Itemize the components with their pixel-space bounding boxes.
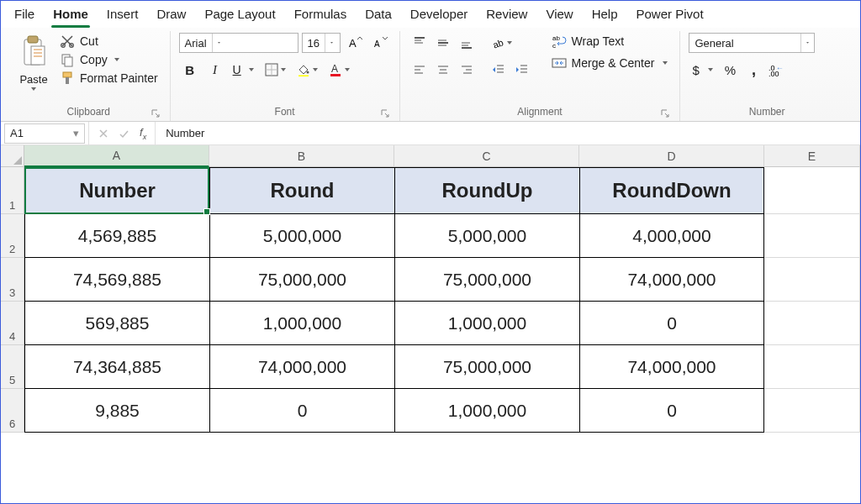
cell[interactable]: 75,000,000 [394, 258, 579, 302]
cell[interactable]: 569,885 [24, 302, 209, 345]
row-header[interactable]: 4 [1, 302, 24, 345]
cell[interactable]: 0 [579, 389, 764, 433]
cell[interactable]: 1,000,000 [209, 302, 394, 345]
tab-power-pivot[interactable]: Power Pivot [635, 3, 705, 28]
tab-review[interactable]: Review [484, 3, 529, 28]
dialog-launcher-icon[interactable] [659, 108, 671, 119]
cell[interactable]: 0 [209, 389, 394, 433]
name-box[interactable]: A1 ▾ [4, 123, 85, 144]
wrap-text-button[interactable]: abc Wrap Text [548, 33, 672, 50]
cell[interactable]: 5,000,000 [394, 214, 579, 258]
align-right-button[interactable] [456, 60, 478, 80]
cell[interactable] [764, 214, 860, 258]
accounting-format-button[interactable]: $ [689, 60, 717, 80]
formula-input[interactable]: Number [155, 122, 860, 144]
decrease-indent-button[interactable] [488, 60, 510, 80]
comma-button[interactable]: , [742, 60, 764, 80]
cell[interactable]: 1,000,000 [394, 302, 579, 345]
row-header[interactable]: 1 [1, 167, 24, 214]
align-bottom-button[interactable] [456, 33, 478, 53]
tab-insert[interactable]: Insert [105, 3, 140, 28]
cell[interactable] [764, 302, 860, 345]
tab-data[interactable]: Data [363, 3, 394, 28]
cell[interactable]: 9,885 [24, 389, 209, 433]
col-header[interactable]: D [579, 145, 764, 167]
increase-decimal-button[interactable]: .0←.00 [766, 60, 788, 80]
shrink-font-button[interactable]: A [369, 33, 391, 53]
cell[interactable]: 74,000,000 [209, 345, 394, 389]
copy-label: Copy [80, 53, 108, 66]
fill-color-button[interactable] [293, 60, 322, 80]
table-row: 74,364,885 74,000,000 75,000,000 74,000,… [24, 345, 860, 389]
cell[interactable] [764, 389, 860, 433]
increase-indent-button[interactable] [511, 60, 533, 80]
orientation-button[interactable]: ab [488, 33, 516, 53]
cut-button[interactable]: Cut [56, 33, 161, 50]
align-top-button[interactable] [409, 33, 430, 53]
fx-icon[interactable]: fx [131, 126, 155, 141]
cell[interactable]: RoundDown [579, 167, 764, 214]
enter-icon[interactable] [118, 128, 129, 139]
cell[interactable]: 74,364,885 [24, 345, 209, 389]
scissors-icon [60, 34, 75, 49]
cell[interactable] [764, 167, 860, 214]
chevron-down-icon[interactable]: ▾ [73, 127, 79, 139]
row-header[interactable]: 2 [1, 214, 24, 258]
col-header[interactable]: A [24, 145, 209, 167]
tab-help[interactable]: Help [590, 3, 620, 28]
cell[interactable] [764, 345, 860, 389]
dialog-launcher-icon[interactable] [150, 108, 161, 119]
align-middle-button[interactable] [432, 33, 454, 53]
tab-draw[interactable]: Draw [155, 3, 188, 28]
formula-value: Number [166, 127, 204, 139]
cancel-icon[interactable] [98, 128, 109, 139]
tab-developer[interactable]: Developer [409, 3, 469, 28]
borders-button[interactable] [261, 60, 290, 80]
font-name-combo[interactable]: Arial [179, 33, 298, 53]
cell[interactable]: 74,000,000 [579, 258, 764, 302]
cell[interactable]: 74,569,885 [24, 258, 209, 302]
merge-center-button[interactable]: Merge & Center [548, 55, 672, 71]
tab-home[interactable]: Home [51, 3, 90, 28]
bold-button[interactable]: B [179, 60, 201, 80]
cell[interactable] [764, 258, 860, 302]
cell[interactable]: 5,000,000 [209, 214, 394, 258]
number-format-combo[interactable]: General [689, 33, 815, 53]
cell[interactable]: 75,000,000 [394, 345, 579, 389]
cell[interactable]: 75,000,000 [209, 258, 394, 302]
font-color-button[interactable]: A [325, 60, 354, 80]
cell[interactable]: 74,000,000 [579, 345, 764, 389]
underline-button[interactable]: U [230, 60, 258, 80]
tab-page-layout[interactable]: Page Layout [203, 3, 277, 28]
cell[interactable]: 4,000,000 [579, 214, 764, 258]
col-header[interactable]: E [764, 145, 860, 167]
dialog-launcher-icon[interactable] [379, 108, 391, 119]
cell[interactable]: 4,569,885 [24, 214, 209, 258]
font-size-combo[interactable]: 16 [302, 33, 341, 53]
col-header[interactable]: C [394, 145, 579, 167]
cell[interactable]: Number [24, 167, 209, 214]
align-left-button[interactable] [409, 60, 430, 80]
cell[interactable]: RoundUp [394, 167, 579, 214]
align-center-button[interactable] [432, 60, 454, 80]
grow-font-button[interactable]: A [344, 33, 366, 53]
copy-button[interactable]: Copy [56, 51, 161, 68]
cell[interactable]: 0 [579, 302, 764, 345]
italic-button[interactable]: I [204, 60, 226, 80]
row-header[interactable]: 5 [1, 345, 24, 389]
paste-button[interactable]: Paste [16, 33, 51, 92]
tab-formulas[interactable]: Formulas [293, 3, 349, 28]
col-header[interactable]: B [209, 145, 394, 167]
row-header[interactable]: 6 [1, 389, 24, 433]
format-painter-button[interactable]: Format Painter [56, 70, 161, 87]
group-number: General $ % , .0←.00 Number [680, 31, 853, 121]
cell[interactable]: 1,000,000 [394, 389, 579, 433]
worksheet[interactable]: 1 2 3 4 5 6 A B C D E Number Round Round… [1, 145, 860, 503]
percent-button[interactable]: % [719, 60, 741, 80]
select-all-corner[interactable] [1, 145, 24, 167]
row-header[interactable]: 3 [1, 258, 24, 302]
tab-file[interactable]: File [13, 3, 36, 28]
tab-view[interactable]: View [544, 3, 574, 28]
font-color-icon: A [329, 62, 342, 77]
cell[interactable]: Round [209, 167, 394, 214]
